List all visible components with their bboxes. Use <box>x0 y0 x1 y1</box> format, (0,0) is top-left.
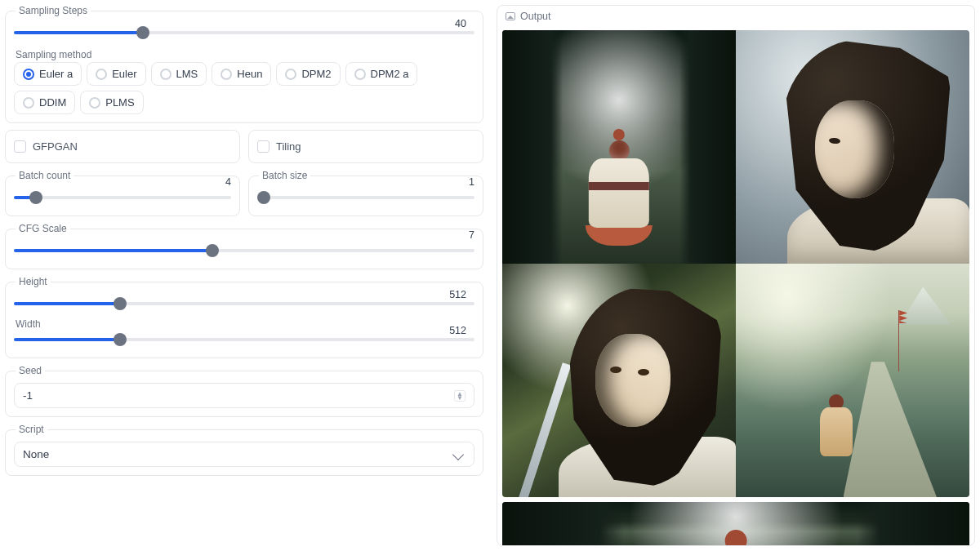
chevron-down-icon <box>452 448 464 460</box>
sampling-method-plms[interactable]: PLMS <box>80 91 143 114</box>
radio-icon <box>354 69 366 80</box>
radio-icon <box>23 69 34 80</box>
tiling-card: Tiling <box>248 130 483 163</box>
tiling-checkbox[interactable] <box>257 140 270 153</box>
width-label: Width <box>16 318 474 330</box>
radio-icon <box>23 97 34 109</box>
batch-size-card: Batch size 1 <box>248 170 483 216</box>
sampling-card: Sampling Steps 40 Sampling method Euler … <box>5 5 483 123</box>
output-panel: Output <box>497 5 975 546</box>
spinner-icon[interactable]: ▲▼ <box>454 390 466 402</box>
radio-icon <box>160 69 172 80</box>
output-image-4[interactable] <box>736 264 969 497</box>
batch-count-label: Batch count <box>16 170 74 181</box>
batch-count-card: Batch count 4 <box>5 170 240 216</box>
sampling-method-lms[interactable]: LMS <box>151 62 207 86</box>
cfg-scale-card: CFG Scale 7 <box>5 223 483 269</box>
radio-label: PLMS <box>105 96 134 109</box>
radio-label: Euler <box>112 68 136 80</box>
output-thumbnail-strip[interactable] <box>502 502 969 545</box>
output-image-1[interactable] <box>502 30 736 264</box>
seed-input[interactable]: -1 ▲▼ <box>14 383 474 408</box>
output-image-2[interactable] <box>736 30 969 264</box>
batch-count-slider[interactable] <box>14 188 231 207</box>
gfpgan-label: GFPGAN <box>33 140 78 153</box>
seed-card: Seed -1 ▲▼ <box>5 365 483 417</box>
sampling-steps-label: Sampling Steps <box>16 5 91 16</box>
output-image-grid[interactable] <box>502 30 969 497</box>
cfg-scale-label: CFG Scale <box>16 223 70 234</box>
gfpgan-checkbox[interactable] <box>14 140 26 153</box>
image-icon <box>506 12 515 20</box>
sampling-method-euler[interactable]: Euler <box>87 62 145 86</box>
cfg-scale-slider[interactable] <box>14 241 474 260</box>
radio-icon <box>96 69 107 80</box>
script-select[interactable]: None <box>14 442 474 467</box>
batch-count-value: 4 <box>224 176 233 188</box>
height-label: Height <box>16 276 51 287</box>
radio-label: DDIM <box>39 96 66 109</box>
seed-label: Seed <box>16 365 45 376</box>
tiling-label: Tiling <box>276 140 301 153</box>
gfpgan-card: GFPGAN <box>5 130 240 163</box>
script-card: Script None <box>5 424 483 476</box>
seed-value: -1 <box>23 389 33 402</box>
script-value: None <box>23 448 49 460</box>
sampling-method-label: Sampling method <box>16 49 474 60</box>
sampling-method-heun[interactable]: Heun <box>212 62 271 86</box>
sampling-method-euler-a[interactable]: Euler a <box>14 62 82 86</box>
batch-size-slider[interactable] <box>257 188 474 207</box>
batch-size-value: 1 <box>467 176 476 188</box>
radio-label: DPM2 a <box>371 68 409 80</box>
radio-icon <box>285 69 296 80</box>
sampling-method-dpm2-a[interactable]: DPM2 a <box>345 62 418 86</box>
radio-label: Heun <box>237 68 262 80</box>
sampling-steps-slider[interactable] <box>14 23 474 42</box>
radio-label: Euler a <box>39 68 73 80</box>
sampling-method-ddim[interactable]: DDIM <box>14 91 75 114</box>
script-label: Script <box>16 424 47 435</box>
output-image-3[interactable] <box>502 264 736 497</box>
output-label: Output <box>520 11 551 22</box>
batch-size-label: Batch size <box>259 170 310 181</box>
dimensions-card: Height 512 Width 512 <box>5 276 483 358</box>
height-slider[interactable] <box>14 294 474 313</box>
radio-label: DPM2 <box>301 68 331 80</box>
cfg-scale-value: 7 <box>467 229 476 241</box>
sampling-method-dpm2[interactable]: DPM2 <box>276 62 340 86</box>
radio-icon <box>220 69 232 80</box>
radio-icon <box>89 97 100 109</box>
width-slider[interactable] <box>14 330 474 349</box>
radio-label: LMS <box>176 68 198 80</box>
sampling-method-group: Euler aEulerLMSHeunDPM2DPM2 aDDIMPLMS <box>14 62 474 114</box>
